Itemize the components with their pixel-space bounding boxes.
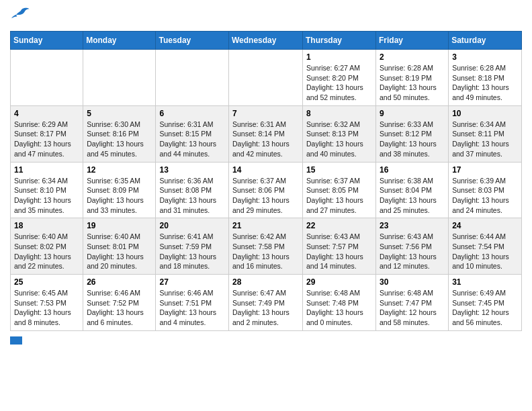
day-number: 14 — [232, 165, 299, 175]
day-info: Sunrise: 6:47 AM Sunset: 7:49 PM Dayligh… — [232, 288, 299, 328]
day-number: 21 — [232, 221, 299, 230]
day-number: 6 — [159, 109, 225, 118]
day-number: 7 — [232, 109, 299, 118]
day-info: Sunrise: 6:31 AM Sunset: 8:14 PM Dayligh… — [232, 120, 299, 159]
day-number: 25 — [14, 277, 79, 287]
day-number: 26 — [87, 277, 152, 287]
calendar-cell: 24Sunrise: 6:44 AM Sunset: 7:54 PM Dayli… — [449, 218, 522, 275]
calendar-cell: 5Sunrise: 6:30 AM Sunset: 8:16 PM Daylig… — [83, 105, 156, 162]
day-info: Sunrise: 6:41 AM Sunset: 7:59 PM Dayligh… — [159, 232, 225, 271]
day-number: 13 — [159, 165, 225, 175]
calendar-cell: 4Sunrise: 6:29 AM Sunset: 8:17 PM Daylig… — [11, 105, 83, 162]
day-number: 20 — [159, 221, 225, 230]
calendar-cell: 10Sunrise: 6:34 AM Sunset: 8:11 PM Dayli… — [449, 105, 522, 162]
calendar-cell: 26Sunrise: 6:46 AM Sunset: 7:52 PM Dayli… — [83, 275, 156, 331]
day-number: 18 — [14, 221, 79, 230]
calendar-cell: 7Sunrise: 6:31 AM Sunset: 8:14 PM Daylig… — [229, 105, 303, 162]
calendar-table: SundayMondayTuesdayWednesdayThursdayFrid… — [10, 31, 522, 331]
calendar-header-thursday: Thursday — [303, 32, 376, 50]
calendar-week-row: 1Sunrise: 6:27 AM Sunset: 8:20 PM Daylig… — [11, 50, 522, 106]
calendar-cell: 28Sunrise: 6:47 AM Sunset: 7:49 PM Dayli… — [229, 275, 303, 331]
calendar-cell: 14Sunrise: 6:37 AM Sunset: 8:06 PM Dayli… — [229, 162, 303, 218]
calendar-week-row: 18Sunrise: 6:40 AM Sunset: 8:02 PM Dayli… — [11, 218, 522, 275]
calendar-week-row: 11Sunrise: 6:34 AM Sunset: 8:10 PM Dayli… — [11, 162, 522, 218]
day-info: Sunrise: 6:34 AM Sunset: 8:10 PM Dayligh… — [14, 176, 79, 216]
calendar-header-tuesday: Tuesday — [156, 32, 229, 50]
day-info: Sunrise: 6:46 AM Sunset: 7:51 PM Dayligh… — [159, 288, 225, 328]
calendar-cell: 3Sunrise: 6:28 AM Sunset: 8:18 PM Daylig… — [449, 50, 522, 106]
day-number: 5 — [87, 109, 152, 118]
calendar-cell: 30Sunrise: 6:48 AM Sunset: 7:47 PM Dayli… — [376, 275, 449, 331]
day-info: Sunrise: 6:33 AM Sunset: 8:12 PM Dayligh… — [380, 120, 445, 159]
day-info: Sunrise: 6:49 AM Sunset: 7:45 PM Dayligh… — [452, 288, 518, 328]
day-info: Sunrise: 6:42 AM Sunset: 7:58 PM Dayligh… — [232, 232, 299, 271]
legend — [10, 336, 522, 345]
day-number: 29 — [306, 277, 372, 287]
calendar-cell: 16Sunrise: 6:38 AM Sunset: 8:04 PM Dayli… — [376, 162, 449, 218]
calendar-cell: 20Sunrise: 6:41 AM Sunset: 7:59 PM Dayli… — [156, 218, 229, 275]
day-number: 19 — [87, 221, 152, 230]
calendar-header-friday: Friday — [376, 32, 449, 50]
calendar-cell — [11, 50, 83, 106]
day-number: 12 — [87, 165, 152, 175]
calendar-cell: 12Sunrise: 6:35 AM Sunset: 8:09 PM Dayli… — [83, 162, 156, 218]
day-info: Sunrise: 6:31 AM Sunset: 8:15 PM Dayligh… — [159, 120, 225, 159]
day-info: Sunrise: 6:30 AM Sunset: 8:16 PM Dayligh… — [87, 120, 152, 159]
calendar-cell: 1Sunrise: 6:27 AM Sunset: 8:20 PM Daylig… — [303, 50, 376, 106]
logo — [10, 7, 30, 26]
calendar-cell: 13Sunrise: 6:36 AM Sunset: 8:08 PM Dayli… — [156, 162, 229, 218]
calendar-cell: 27Sunrise: 6:46 AM Sunset: 7:51 PM Dayli… — [156, 275, 229, 331]
day-number: 11 — [14, 165, 79, 175]
day-info: Sunrise: 6:43 AM Sunset: 7:56 PM Dayligh… — [380, 232, 445, 271]
day-number: 30 — [380, 277, 445, 287]
calendar-week-row: 4Sunrise: 6:29 AM Sunset: 8:17 PM Daylig… — [11, 105, 522, 162]
calendar-cell: 17Sunrise: 6:39 AM Sunset: 8:03 PM Dayli… — [449, 162, 522, 218]
day-number: 28 — [232, 277, 299, 287]
day-info: Sunrise: 6:48 AM Sunset: 7:47 PM Dayligh… — [380, 288, 445, 328]
day-info: Sunrise: 6:28 AM Sunset: 8:18 PM Dayligh… — [452, 63, 518, 103]
calendar-cell: 8Sunrise: 6:32 AM Sunset: 8:13 PM Daylig… — [303, 105, 376, 162]
day-number: 4 — [14, 109, 79, 118]
page-header — [10, 7, 522, 26]
day-number: 17 — [452, 165, 518, 175]
calendar-cell: 15Sunrise: 6:37 AM Sunset: 8:05 PM Dayli… — [303, 162, 376, 218]
calendar-cell: 11Sunrise: 6:34 AM Sunset: 8:10 PM Dayli… — [11, 162, 83, 218]
day-info: Sunrise: 6:46 AM Sunset: 7:52 PM Dayligh… — [87, 288, 152, 328]
calendar-header-wednesday: Wednesday — [229, 32, 303, 50]
calendar-cell: 25Sunrise: 6:45 AM Sunset: 7:53 PM Dayli… — [11, 275, 83, 331]
calendar-header-row: SundayMondayTuesdayWednesdayThursdayFrid… — [11, 32, 522, 50]
calendar-cell: 22Sunrise: 6:43 AM Sunset: 7:57 PM Dayli… — [303, 218, 376, 275]
legend-color-box — [10, 336, 22, 345]
logo-bird-icon — [11, 7, 30, 21]
day-number: 31 — [452, 277, 518, 287]
calendar-week-row: 25Sunrise: 6:45 AM Sunset: 7:53 PM Dayli… — [11, 275, 522, 331]
calendar-cell: 21Sunrise: 6:42 AM Sunset: 7:58 PM Dayli… — [229, 218, 303, 275]
day-info: Sunrise: 6:28 AM Sunset: 8:19 PM Dayligh… — [380, 63, 445, 103]
calendar-cell — [229, 50, 303, 106]
day-number: 23 — [380, 221, 445, 230]
day-number: 15 — [306, 165, 372, 175]
day-info: Sunrise: 6:37 AM Sunset: 8:05 PM Dayligh… — [306, 176, 372, 216]
day-number: 8 — [306, 109, 372, 118]
calendar-cell — [83, 50, 156, 106]
day-info: Sunrise: 6:40 AM Sunset: 8:02 PM Dayligh… — [14, 232, 79, 271]
day-info: Sunrise: 6:34 AM Sunset: 8:11 PM Dayligh… — [452, 120, 518, 159]
day-number: 22 — [306, 221, 372, 230]
calendar-cell — [156, 50, 229, 106]
day-info: Sunrise: 6:40 AM Sunset: 8:01 PM Dayligh… — [87, 232, 152, 271]
day-number: 16 — [380, 165, 445, 175]
day-number: 24 — [452, 221, 518, 230]
calendar-cell: 31Sunrise: 6:49 AM Sunset: 7:45 PM Dayli… — [449, 275, 522, 331]
calendar-cell: 29Sunrise: 6:48 AM Sunset: 7:48 PM Dayli… — [303, 275, 376, 331]
day-info: Sunrise: 6:45 AM Sunset: 7:53 PM Dayligh… — [14, 288, 79, 328]
calendar-cell: 19Sunrise: 6:40 AM Sunset: 8:01 PM Dayli… — [83, 218, 156, 275]
day-number: 27 — [159, 277, 225, 287]
day-number: 1 — [306, 52, 372, 62]
day-info: Sunrise: 6:29 AM Sunset: 8:17 PM Dayligh… — [14, 120, 79, 159]
day-info: Sunrise: 6:39 AM Sunset: 8:03 PM Dayligh… — [452, 176, 518, 216]
calendar-cell: 9Sunrise: 6:33 AM Sunset: 8:12 PM Daylig… — [376, 105, 449, 162]
day-number: 3 — [452, 52, 518, 62]
calendar-cell: 2Sunrise: 6:28 AM Sunset: 8:19 PM Daylig… — [376, 50, 449, 106]
day-info: Sunrise: 6:44 AM Sunset: 7:54 PM Dayligh… — [452, 232, 518, 271]
calendar-cell: 18Sunrise: 6:40 AM Sunset: 8:02 PM Dayli… — [11, 218, 83, 275]
